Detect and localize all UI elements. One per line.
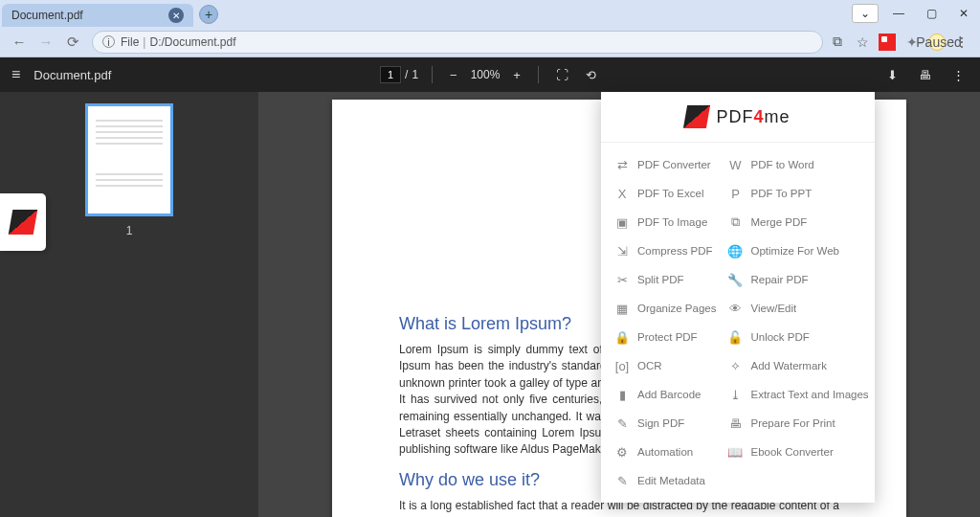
tool-label: PDF Converter — [637, 159, 711, 170]
popup-item[interactable]: ⇄PDF Converter — [611, 150, 720, 179]
tool-icon: P — [727, 186, 743, 201]
popup-item[interactable]: ⤓Extract Text and Images — [724, 380, 872, 409]
popup-item[interactable]: 📖Ebook Converter — [724, 438, 872, 466]
tool-icon: 🌐 — [727, 243, 743, 258]
popup-item[interactable]: 🖶Prepare For Print — [724, 409, 872, 438]
tool-label: PDF To Image — [637, 216, 707, 228]
popup-item[interactable]: 🔒Protect PDF — [611, 323, 720, 351]
tool-icon: ⧉ — [727, 214, 743, 230]
tool-label: Add Barcode — [637, 389, 702, 400]
popup-item[interactable]: ✂Split PDF — [611, 265, 720, 294]
browser-tab[interactable]: Document.pdf ✕ — [2, 4, 193, 27]
url-text: D:/Document.pdf — [149, 35, 235, 49]
tool-icon: 👁 — [727, 301, 743, 316]
profile-paused-badge[interactable]: Paused — [928, 34, 946, 51]
popup-item[interactable]: 🔧Repair PDF — [724, 265, 872, 294]
info-icon: i — [102, 35, 115, 48]
page-total: 1 — [412, 68, 418, 81]
popup-menu: ⇄PDF ConverterWPDF to WordXPDF To ExcelP… — [601, 143, 875, 503]
popup-item[interactable]: ⇲Compress PDF — [611, 236, 720, 265]
popup-item[interactable]: [o]OCR — [611, 351, 720, 380]
tool-label: View/Edit — [750, 303, 796, 314]
tool-label: Repair PDF — [750, 274, 808, 285]
address-actions: ⧉ ☆ ✦ Paused ⋮ — [829, 34, 974, 51]
popup-item[interactable]: 👁View/Edit — [724, 294, 872, 323]
minimize-button[interactable]: — — [882, 0, 915, 27]
page-thumbnail[interactable] — [85, 103, 173, 216]
popup-item[interactable]: ▦Organize Pages — [611, 294, 720, 323]
pdf4me-logo-icon — [9, 210, 38, 235]
install-icon[interactable]: ⧉ — [829, 34, 846, 51]
more-menu-icon[interactable]: ⋮ — [953, 34, 970, 51]
tool-label: PDF to Word — [750, 159, 813, 170]
tool-icon: ✂ — [614, 272, 630, 287]
popup-item[interactable]: ⧉Merge PDF — [724, 208, 872, 236]
tool-icon: ✎ — [614, 473, 630, 488]
popup-item[interactable]: ✧Add Watermark — [724, 351, 872, 380]
tool-label: Extract Text and Images — [750, 389, 868, 400]
tool-icon: W — [727, 157, 743, 172]
reload-button[interactable]: ⟳ — [59, 29, 86, 56]
popup-item[interactable]: WPDF to Word — [724, 150, 872, 179]
bookmark-icon[interactable]: ☆ — [854, 34, 871, 51]
tool-label: PDF To Excel — [637, 188, 703, 199]
tab-close-icon[interactable]: ✕ — [168, 8, 184, 23]
maximize-button[interactable]: ▢ — [915, 0, 947, 27]
tool-label: Protect PDF — [637, 331, 698, 343]
popup-item[interactable]: ✎Edit Metadata — [611, 466, 720, 495]
thumbnail-number: 1 — [126, 224, 133, 237]
page-indicator: / 1 — [380, 66, 418, 83]
pdf4me-wordmark: PDF4me — [716, 107, 790, 127]
tool-icon: X — [614, 186, 630, 201]
popup-item[interactable]: ⚙Automation — [611, 438, 720, 466]
url-input[interactable]: i File | D:/Document.pdf — [92, 31, 823, 54]
tool-icon: 🖶 — [727, 416, 743, 431]
tool-icon: ⇲ — [614, 243, 630, 258]
tool-icon: ✎ — [614, 416, 630, 431]
sidebar-toggle-icon[interactable]: ≡ — [11, 66, 20, 83]
tab-title: Document.pdf — [11, 9, 83, 22]
tool-label: Merge PDF — [750, 216, 807, 228]
pdf-viewer: 1 What is Lorem Ipsum? Lorem Ipsum is si… — [0, 92, 980, 517]
page-current-input[interactable] — [380, 66, 401, 83]
popup-item[interactable]: 🌐Optimize For Web — [724, 236, 872, 265]
pdf4me-popup: PDF4me ⇄PDF ConverterWPDF to WordXPDF To… — [601, 92, 875, 503]
pdf4me-logo: PDF4me — [685, 105, 790, 128]
tool-label: Sign PDF — [637, 417, 684, 429]
window-controls: ⌄ — ▢ ✕ — [852, 0, 980, 27]
download-icon[interactable]: ⬇ — [883, 66, 902, 84]
pdf4me-side-tab[interactable] — [0, 193, 46, 251]
address-bar: ← → ⟳ i File | D:/Document.pdf ⧉ ☆ ✦ Pau… — [0, 27, 980, 57]
document-title: Document.pdf — [33, 68, 111, 82]
tool-label: Compress PDF — [637, 245, 713, 257]
tool-icon: 🔧 — [727, 272, 743, 287]
popup-item[interactable]: ▮Add Barcode — [611, 380, 720, 409]
popup-item[interactable]: 🔓Unlock PDF — [724, 323, 872, 351]
zoom-out-button[interactable]: − — [446, 66, 461, 84]
new-tab-button[interactable]: + — [199, 5, 218, 24]
tool-icon: 🔓 — [727, 329, 743, 345]
close-button[interactable]: ✕ — [947, 0, 980, 27]
back-button[interactable]: ← — [6, 29, 33, 56]
tool-icon: ⤓ — [727, 387, 743, 402]
fit-page-icon[interactable]: ⛶ — [552, 66, 572, 84]
print-icon[interactable]: 🖶 — [915, 66, 935, 84]
chevron-down-icon[interactable]: ⌄ — [852, 4, 879, 23]
popup-item[interactable]: XPDF To Excel — [611, 179, 720, 208]
popup-item[interactable]: ✎Sign PDF — [611, 409, 720, 438]
pdf4me-extension-icon[interactable] — [879, 34, 896, 51]
tool-icon: ⚙ — [614, 444, 630, 460]
tool-label: Add Watermark — [750, 360, 826, 371]
forward-button[interactable]: → — [33, 29, 59, 56]
tool-icon: 📖 — [727, 444, 743, 460]
popup-item[interactable]: ▣PDF To Image — [611, 208, 720, 236]
more-actions-icon[interactable]: ⋮ — [948, 66, 969, 84]
rotate-icon[interactable]: ⟲ — [582, 66, 600, 84]
popup-item[interactable]: PPDF To PPT — [724, 179, 872, 208]
tool-icon: ✧ — [727, 358, 743, 373]
tool-label: Ebook Converter — [750, 446, 833, 458]
tool-label: Unlock PDF — [750, 331, 809, 343]
tool-label: Optimize For Web — [750, 245, 838, 257]
zoom-in-button[interactable]: + — [509, 66, 524, 84]
thumbnail-panel: 1 — [0, 92, 258, 517]
